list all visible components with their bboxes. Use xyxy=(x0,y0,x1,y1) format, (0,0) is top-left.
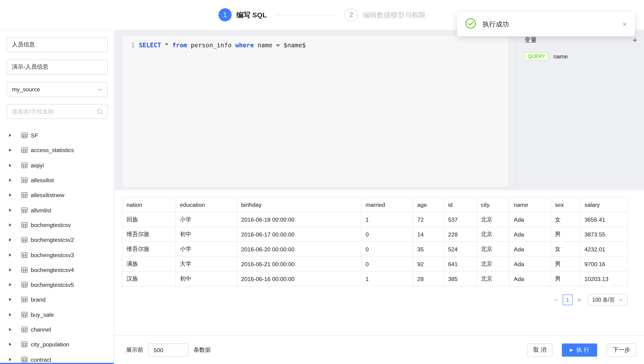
table-cell: 汉族 xyxy=(122,271,176,286)
tree-item-SF[interactable]: SF xyxy=(6,128,107,143)
caret-right-icon[interactable] xyxy=(9,164,12,167)
table-cell: Ada xyxy=(510,212,550,227)
caret-right-icon[interactable] xyxy=(9,178,12,182)
caret-right-icon[interactable] xyxy=(9,253,12,256)
page-size-value: 100 条/页 xyxy=(592,296,615,303)
column-header-city: city xyxy=(477,197,510,212)
table-icon xyxy=(21,192,28,198)
limit-prefix-label: 展示前 xyxy=(126,346,144,353)
results-body: 回族小学2016-06-18 00:00:00172537北京Ada女3656.… xyxy=(122,212,628,286)
success-toast: 执行成功 × xyxy=(457,12,635,36)
caret-right-icon[interactable] xyxy=(9,343,12,346)
table-icon xyxy=(21,267,28,273)
table-cell: 2016-06-16 00:00:00 xyxy=(237,271,361,286)
table-cell: 524 xyxy=(444,242,477,256)
variable-name: name xyxy=(554,53,568,60)
table-icon xyxy=(21,327,28,332)
column-header-salary: salary xyxy=(580,197,628,212)
table-cell: 北京 xyxy=(477,256,510,271)
run-button[interactable]: ▶ 执 行 xyxy=(562,343,597,356)
tree-item-bochengtestcsv[interactable]: bochengtestcsv xyxy=(6,218,107,232)
tree-item-allesxilistnew[interactable]: allesxilistnew xyxy=(6,188,107,202)
tree-item-city_population[interactable]: city_population xyxy=(6,337,107,352)
variable-type-badge: QUERY xyxy=(524,52,549,60)
tree-item-bochengtestcsv2[interactable]: bochengtestcsv2 xyxy=(6,233,107,247)
pagination: < 1 > 100 条/页 xyxy=(122,294,628,306)
table-cell: 男 xyxy=(550,271,580,286)
caret-right-icon[interactable] xyxy=(9,193,12,197)
caret-right-icon[interactable] xyxy=(9,358,12,361)
current-page-button[interactable]: 1 xyxy=(563,294,573,305)
caret-right-icon[interactable] xyxy=(9,134,12,137)
caret-right-icon[interactable] xyxy=(9,283,12,286)
caret-right-icon[interactable] xyxy=(9,223,12,227)
sql-editor[interactable]: 1 SELECT * from person_info where name =… xyxy=(122,36,509,188)
tree-item-label: buy_sale xyxy=(31,311,54,318)
tree-item-bochengtestcsv5[interactable]: bochengtestcsv5 xyxy=(6,277,107,292)
table-icon xyxy=(21,237,28,243)
caret-right-icon[interactable] xyxy=(9,238,12,242)
table-cell: 北京 xyxy=(477,227,510,242)
table-cell: 28 xyxy=(413,271,444,286)
table-cell: 初中 xyxy=(176,227,236,242)
table-cell: Ada xyxy=(510,271,550,286)
table-icon xyxy=(21,133,28,138)
column-header-birthday: birthday xyxy=(237,197,361,212)
sql-section: 1 SELECT * from person_info where name =… xyxy=(114,30,644,190)
tree-item-contract[interactable]: contract xyxy=(6,352,107,364)
table-icon xyxy=(21,252,28,258)
add-variable-button[interactable]: + xyxy=(633,36,638,44)
tree-item-label: access_statistics xyxy=(31,147,74,153)
table-cell: 2016-06-21 00:00:00 xyxy=(237,256,361,271)
tree-item-allvmlist[interactable]: allvmlist xyxy=(6,203,107,218)
table-cell: 女 xyxy=(550,212,580,227)
tree-item-channel[interactable]: channel xyxy=(6,322,107,337)
table-cell: 回族 xyxy=(122,212,176,227)
table-icon xyxy=(21,341,28,347)
caret-right-icon[interactable] xyxy=(9,149,12,152)
table-cell: 72 xyxy=(413,212,444,227)
prev-page-button[interactable]: < xyxy=(554,296,558,303)
page-size-select[interactable]: 100 条/页 xyxy=(588,294,628,306)
table-icon xyxy=(21,297,28,303)
tree-item-aiqiyi[interactable]: aiqiyi xyxy=(6,158,107,173)
sidebar-horizontal-scrollbar[interactable] xyxy=(0,363,114,364)
tree-item-label: bochengtestcsv2 xyxy=(31,237,74,243)
tree-item-brand[interactable]: brand xyxy=(6,292,107,307)
results-section: nationeducationbirthdaymarriedageidcityn… xyxy=(114,190,644,335)
variables-panel: 变量 + QUERY name xyxy=(517,30,644,190)
tree-item-label: channel xyxy=(31,326,51,333)
table-icon xyxy=(21,356,28,362)
table-icon xyxy=(21,147,28,153)
column-header-age: age xyxy=(413,197,444,212)
table-icon xyxy=(21,222,28,228)
next-step-button[interactable]: 下一步 xyxy=(607,343,636,356)
tree-item-label: allesxilistnew xyxy=(31,192,64,198)
dataset-display-name-input[interactable] xyxy=(6,60,108,74)
tree-item-allesxilist[interactable]: allesxilist xyxy=(6,173,107,188)
step-2-number: 2 xyxy=(350,11,353,19)
row-limit-input[interactable] xyxy=(148,343,188,356)
caret-right-icon[interactable] xyxy=(9,209,12,212)
caret-right-icon[interactable] xyxy=(9,328,12,331)
caret-right-icon[interactable] xyxy=(9,268,12,271)
table-icon xyxy=(21,282,28,288)
datasource-select-value: my_source xyxy=(12,86,40,93)
dataset-name-input[interactable] xyxy=(6,37,108,52)
search-input[interactable] xyxy=(6,104,108,119)
tree-item-bochengtestcsv3[interactable]: bochengtestcsv3 xyxy=(6,247,107,262)
tree-item-access_statistics[interactable]: access_statistics xyxy=(6,143,107,158)
footer-actions: 取 消 ▶ 执 行 下一步 xyxy=(527,343,636,356)
tree-item-buy_sale[interactable]: buy_sale xyxy=(6,307,107,322)
chevron-down-icon xyxy=(98,86,102,93)
tree-item-bochengtestcsv4[interactable]: bochengtestcsv4 xyxy=(6,262,107,277)
next-page-button[interactable]: > xyxy=(578,296,581,303)
cancel-button[interactable]: 取 消 xyxy=(527,343,552,356)
datasource-select[interactable]: my_source xyxy=(6,82,108,97)
column-header-nation: nation xyxy=(122,197,176,212)
code-line-content: SELECT * from person_info where name = $… xyxy=(139,41,306,49)
caret-right-icon[interactable] xyxy=(9,298,12,301)
table-cell: 0 xyxy=(361,227,413,242)
caret-right-icon[interactable] xyxy=(9,313,12,316)
close-icon[interactable]: × xyxy=(622,21,627,28)
